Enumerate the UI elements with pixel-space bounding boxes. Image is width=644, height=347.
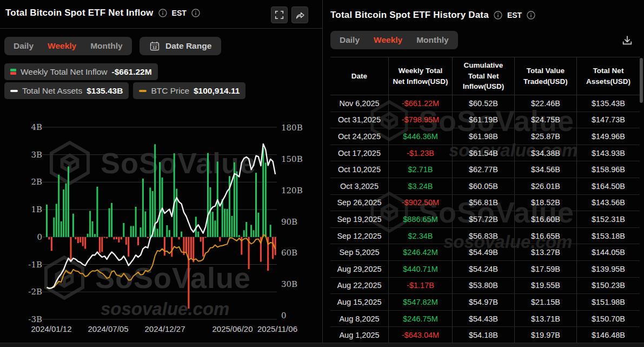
table-cell: $17.59B (515, 261, 577, 277)
table-cell: $56.81B (453, 195, 515, 211)
info-icon[interactable] (494, 11, 502, 19)
info-icon[interactable] (191, 9, 200, 17)
table-cell: $158.96B (577, 161, 640, 178)
net-assets-value: $135.43B (87, 86, 123, 96)
table-cell: Sep 26,2025 (330, 195, 389, 211)
table-cell: $34.38B (515, 145, 577, 161)
table-cell: $446.36M (389, 128, 453, 145)
table-cell: $54.43B (453, 311, 515, 327)
table-cell: Oct 31,2025 (330, 112, 389, 128)
table-scrollbar-thumb[interactable] (640, 58, 643, 103)
table-cell: $13.71B (515, 311, 577, 327)
svg-text:0: 0 (37, 232, 42, 242)
table-cell: $150.70B (577, 311, 640, 327)
table-cell: $143.93B (577, 145, 640, 161)
table-cell: $61.19B (453, 112, 515, 128)
table-cell: -$798.95M (389, 112, 453, 128)
btc-price-value: $100,914.11 (194, 86, 240, 96)
info-icon[interactable] (527, 11, 535, 19)
sosovalue-dashboard: Total Bitcoin Spot ETF Net Inflow EST (0, 0, 644, 347)
svg-text:60B: 60B (281, 248, 297, 258)
table-cell: $19.55B (515, 278, 577, 294)
tab-daily[interactable]: Daily (8, 38, 39, 54)
table-cell: $146.48B (577, 327, 640, 343)
table-cell: Aug 1,2025 (330, 327, 389, 343)
svg-text:2025/06/20: 2025/06/20 (212, 324, 253, 333)
table-period-tabs: Daily Weekly Monthly (330, 31, 458, 49)
net-assets-legend-icon (10, 90, 18, 92)
table-cell: $164.50B (577, 178, 640, 194)
history-table-body: Nov 6,2025-$661.22M$60.52B$22.46B$135.43… (330, 95, 640, 343)
table-cell: $3.24B (389, 178, 453, 194)
svg-text:4B: 4B (31, 122, 42, 132)
table-cell: $144.05B (577, 244, 640, 260)
share-button[interactable] (291, 6, 308, 23)
table-cell: $18.52B (515, 195, 577, 211)
svg-text:2024/07/05: 2024/07/05 (88, 324, 128, 333)
date-range-button[interactable]: 12 Date Range (140, 37, 221, 55)
table-cell: $26.01B (515, 178, 577, 194)
col-header-assets: Total Net Assets(USD) (577, 57, 640, 95)
fullscreen-icon (275, 10, 284, 19)
table-cell: $21.15B (515, 294, 577, 310)
info-icon[interactable] (158, 9, 167, 17)
history-table-head: Date Weekly Total Net Inflow(USD) Cumula… (330, 57, 640, 95)
table-row: Oct 3,2025$3.24B$60.05B$26.01B$164.50B (330, 178, 640, 195)
table-cell: $139.95B (577, 261, 640, 277)
col-header-inflow: Weekly Total Net Inflow(USD) (389, 57, 453, 95)
table-cell: $54.97B (453, 294, 515, 310)
col-header-cumulative: Cumulative Total Net Inflow(USD) (453, 57, 515, 95)
tab-weekly[interactable]: Weekly (42, 38, 82, 54)
table-cell: Oct 3,2025 (330, 178, 389, 194)
table-cell: $16.60B (515, 211, 577, 227)
fullscreen-button[interactable] (271, 6, 288, 23)
tab-monthly[interactable]: Monthly (84, 38, 128, 54)
download-button[interactable] (619, 32, 635, 49)
table-cell: $246.42M (389, 244, 453, 260)
table-cell: $135.43B (577, 95, 640, 112)
table-row: Sep 12,2025$2.34B$56.83B$16.65B$153.18B (330, 228, 640, 245)
table-cell: -$643.04M (389, 327, 453, 343)
table-cell: $440.71M (389, 261, 453, 277)
legend-total-net-assets[interactable]: Total Net Assets $135.43B (4, 82, 129, 99)
timezone-label: EST (172, 9, 187, 17)
table-row: Sep 5,2025$246.42M$54.49B$13.27B$144.05B (330, 244, 640, 261)
legend-btc-price[interactable]: BTC Price $100,914.11 (133, 82, 245, 99)
svg-text:12: 12 (152, 45, 157, 50)
table-cell: $22.46B (515, 95, 577, 112)
table-cell: $886.65M (389, 211, 453, 227)
legend-weekly-net-inflow[interactable]: Weekly Total Net Inflow -$661.22M (4, 63, 158, 80)
col-header-traded: Total Value Traded(USD) (515, 57, 577, 95)
table-cell: $62.77B (453, 161, 515, 178)
table-cell: Oct 10,2025 (330, 161, 389, 178)
table-row: Sep 26,2025-$902.50M$56.81B$18.52B$143.5… (330, 195, 640, 212)
table-cell: -$902.50M (389, 195, 453, 211)
col-header-date: Date (330, 57, 389, 95)
inflow-legend-icon (10, 69, 16, 75)
share-icon (295, 10, 305, 20)
svg-text:150B: 150B (281, 154, 303, 164)
history-table: Date Weekly Total Net Inflow(USD) Cumula… (330, 57, 640, 343)
chart-legend-row-1: Weekly Total Net Inflow -$661.22M (4, 63, 158, 80)
tab-daily[interactable]: Daily (334, 32, 366, 48)
net-inflow-chart[interactable]: 4B3B2B1B0-1B-2B-3B180B150B120B90B60B30B0… (0, 111, 323, 343)
table-header-bar: Total Bitcoin Spot ETF History Data EST (330, 10, 535, 21)
table-row: Aug 1,2025-$643.04M$54.18B$19.97B$146.48… (330, 327, 640, 343)
table-cell: Sep 19,2025 (330, 211, 389, 227)
table-cell: -$661.22M (389, 95, 453, 112)
svg-text:-1B: -1B (28, 260, 42, 270)
table-cell: -$1.23B (389, 145, 453, 161)
btc-price-legend-icon (139, 90, 147, 92)
table-cell: Aug 22,2025 (330, 278, 389, 294)
table-cell: $2.34B (389, 228, 453, 244)
table-row: Aug 22,2025-$1.17B$53.80B$19.55B$150.23B (330, 278, 640, 294)
svg-text:-2B: -2B (28, 287, 42, 297)
table-cell: $16.65B (515, 228, 577, 244)
svg-text:180B: 180B (281, 123, 303, 133)
table-cell: $54.18B (453, 327, 515, 343)
tab-monthly[interactable]: Monthly (410, 32, 454, 48)
tab-weekly[interactable]: Weekly (368, 32, 408, 48)
table-cell: $54.24B (453, 261, 515, 277)
chart-header: Total Bitcoin Spot ETF Net Inflow EST (5, 8, 200, 18)
date-range-label: Date Range (165, 41, 211, 51)
